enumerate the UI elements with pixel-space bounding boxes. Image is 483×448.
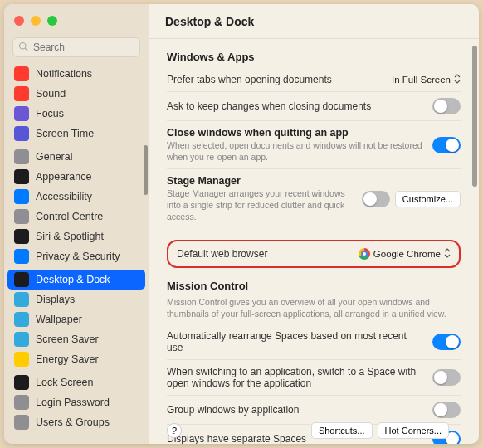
sidebar-item-label: Displays xyxy=(36,294,75,305)
mission-control-heading: Mission Control xyxy=(167,280,461,292)
sidebar-item-label: Accessibility xyxy=(36,191,92,202)
sidebar-item-screen-saver[interactable]: Screen Saver xyxy=(7,329,145,349)
search-field[interactable] xyxy=(12,37,140,57)
shortcuts-button[interactable]: Shortcuts... xyxy=(311,422,373,439)
sidebar-item-label: General xyxy=(36,151,72,163)
sidebar-item-label: Desktop & Dock xyxy=(36,274,110,285)
sidebar-item-login-password[interactable]: Login Password xyxy=(7,392,145,412)
sidebar-item-siri-spotlight[interactable]: Siri & Spotlight xyxy=(7,226,145,246)
sidebar-item-general[interactable]: General xyxy=(7,147,145,167)
search-icon xyxy=(18,40,28,55)
sidebar-item-label: Notifications xyxy=(36,68,92,80)
sidebar-item-sound[interactable]: Sound xyxy=(7,84,145,104)
lock-screen-icon xyxy=(14,375,29,390)
footer: ? Shortcuts... Hot Corners... xyxy=(149,422,467,439)
sidebar-item-privacy-security[interactable]: Privacy & Security xyxy=(7,246,145,266)
sidebar-item-label: Screen Time xyxy=(36,128,94,139)
ask-keep-changes-toggle[interactable] xyxy=(432,98,461,114)
sidebar-item-control-centre[interactable]: Control Centre xyxy=(7,207,145,226)
sidebar-item-lock-screen[interactable]: Lock Screen xyxy=(7,373,145,392)
svg-line-1 xyxy=(25,48,27,51)
switch-space-label: When switching to an application, switch… xyxy=(167,366,424,389)
siri-spotlight-icon xyxy=(14,229,29,244)
default-browser-highlight: Default web browser Google Chrome xyxy=(167,240,461,268)
close-window-button[interactable] xyxy=(14,16,24,26)
sidebar-item-label: Control Centre xyxy=(36,211,103,222)
control-centre-icon xyxy=(14,209,29,224)
content-scroll: Windows & Apps Prefer tabs when opening … xyxy=(149,39,479,444)
screen-saver-icon xyxy=(14,332,29,347)
sidebar-item-label: Appearance xyxy=(36,171,91,183)
sidebar-item-label: Users & Groups xyxy=(36,416,110,428)
chevron-updown-icon xyxy=(454,74,461,85)
chevron-updown-icon xyxy=(444,248,451,260)
sidebar-scrollbar[interactable] xyxy=(144,145,148,195)
default-browser-label: Default web browser xyxy=(177,248,350,260)
sidebar-item-label: Screen Saver xyxy=(36,334,99,345)
chrome-icon xyxy=(359,248,370,260)
sidebar-item-notifications[interactable]: Notifications xyxy=(7,64,145,84)
sidebar-item-focus[interactable]: Focus xyxy=(7,104,145,124)
svg-point-0 xyxy=(20,43,27,50)
ask-keep-changes-label: Ask to keep changes when closing documen… xyxy=(167,100,424,112)
settings-window: NotificationsSoundFocusScreen TimeGenera… xyxy=(4,4,479,444)
default-browser-popup[interactable]: Google Chrome xyxy=(359,248,451,260)
auto-rearrange-label: Automatically rearrange Spaces based on … xyxy=(167,330,424,353)
sidebar-item-label: Siri & Spotlight xyxy=(36,231,104,242)
stage-manager-label: Stage Manager xyxy=(167,175,354,187)
switch-space-toggle[interactable] xyxy=(432,369,461,386)
accessibility-icon xyxy=(14,189,29,204)
stage-manager-toggle[interactable] xyxy=(362,191,390,207)
close-windows-sub: When selected, open documents and window… xyxy=(167,140,424,163)
main-scrollbar[interactable] xyxy=(472,46,477,187)
sidebar-nav: NotificationsSoundFocusScreen TimeGenera… xyxy=(4,64,149,444)
sidebar-item-label: Wallpaper xyxy=(36,314,82,325)
sidebar-item-desktop-dock[interactable]: Desktop & Dock xyxy=(7,270,145,290)
appearance-icon xyxy=(14,169,29,184)
sidebar-item-accessibility[interactable]: Accessibility xyxy=(7,187,145,207)
hot-corners-button[interactable]: Hot Corners... xyxy=(378,422,449,439)
stage-manager-sub: Stage Manager arranges your recent windo… xyxy=(167,188,354,222)
group-windows-toggle[interactable] xyxy=(432,402,461,418)
sidebar-item-label: Energy Saver xyxy=(36,353,99,365)
mission-control-sub: Mission Control gives you an overview of… xyxy=(167,297,461,319)
close-windows-toggle[interactable] xyxy=(432,137,461,153)
sidebar-item-label: Lock Screen xyxy=(36,377,93,388)
energy-saver-icon xyxy=(14,352,29,367)
search-input[interactable] xyxy=(33,41,134,53)
login-password-icon xyxy=(14,395,29,410)
desktop-dock-icon xyxy=(14,272,29,287)
windows-apps-heading: Windows & Apps xyxy=(167,51,461,63)
general-icon xyxy=(14,149,29,164)
sidebar-item-wallpaper[interactable]: Wallpaper xyxy=(7,309,145,329)
auto-rearrange-toggle[interactable] xyxy=(432,334,461,350)
sidebar-item-appearance[interactable]: Appearance xyxy=(7,167,145,187)
sidebar-item-users-groups[interactable]: Users & Groups xyxy=(7,412,145,432)
close-windows-label: Close windows when quitting an app xyxy=(167,127,424,139)
notifications-icon xyxy=(14,66,29,81)
sidebar-item-label: Sound xyxy=(36,88,66,100)
minimize-window-button[interactable] xyxy=(31,16,41,26)
wallpaper-icon xyxy=(14,312,29,327)
focus-icon xyxy=(14,106,29,121)
displays-icon xyxy=(14,292,29,307)
group-windows-label: Group windows by application xyxy=(167,404,424,416)
page-title: Desktop & Dock xyxy=(149,4,479,39)
sidebar-item-screen-time[interactable]: Screen Time xyxy=(7,124,145,144)
main-pane: Desktop & Dock Windows & Apps Prefer tab… xyxy=(149,4,479,444)
sidebar: NotificationsSoundFocusScreen TimeGenera… xyxy=(4,4,149,444)
sidebar-item-label: Privacy & Security xyxy=(36,251,120,262)
zoom-window-button[interactable] xyxy=(47,16,57,26)
sidebar-item-label: Focus xyxy=(36,108,64,119)
sidebar-item-displays[interactable]: Displays xyxy=(7,290,145,309)
privacy-security-icon xyxy=(14,249,29,264)
sound-icon xyxy=(14,86,29,101)
help-button[interactable]: ? xyxy=(167,423,182,438)
users-groups-icon xyxy=(14,415,29,430)
window-controls xyxy=(4,4,149,37)
prefer-tabs-label: Prefer tabs when opening documents xyxy=(167,74,383,85)
sidebar-item-label: Login Password xyxy=(36,397,110,408)
stage-manager-customize-button[interactable]: Customize... xyxy=(395,191,461,207)
sidebar-item-energy-saver[interactable]: Energy Saver xyxy=(7,349,145,369)
prefer-tabs-popup[interactable]: In Full Screen xyxy=(392,74,461,85)
